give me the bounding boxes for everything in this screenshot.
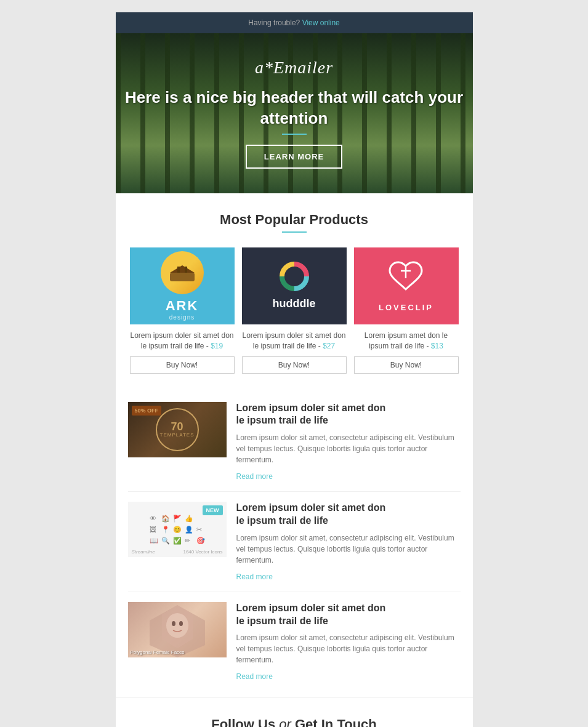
new-badge: NEW	[203, 505, 223, 515]
product-price-loveclip: $13	[431, 342, 443, 350]
read-more-faces[interactable]: Read more	[236, 672, 273, 681]
top-bar: Having trouble? View online	[116, 12, 473, 33]
featured-content-icons: Lorem ipsum doler sit amet don le ipsum …	[236, 502, 461, 582]
featured-item-icons: NEW 👁 🏠 🚩 👍 🖼 📍 😊 👤 ✂ 📖 🔍 ✅ ✏	[128, 492, 461, 592]
product-price-ark: $19	[211, 342, 223, 350]
featured-content-faces: Lorem ipsum doler sit amet don le ipsum …	[236, 602, 461, 682]
hudddle-logo: hudddle	[273, 262, 316, 310]
svg-marker-1	[170, 265, 195, 273]
hero-logo: a*Emailer	[116, 58, 473, 78]
featured-item-templates: 50% OFF 70 TEMPLATES Lorem ipsum doler s…	[128, 392, 461, 492]
product-desc-loveclip: Lorem ipsum amet don le ipsum trail de l…	[354, 331, 459, 351]
read-more-icons[interactable]: Read more	[236, 572, 273, 581]
hero-title: Here is a nice big header that will catc…	[116, 87, 473, 129]
featured-body-icons: Lorem ipsum dolor sit amet, consectetur …	[236, 532, 461, 566]
buy-button-ark[interactable]: Buy Now!	[130, 356, 235, 374]
svg-point-11	[179, 621, 183, 626]
featured-title-faces: Lorem ipsum doler sit amet don le ipsum …	[236, 602, 461, 628]
product-desc-hudddle: Lorem ipsum doler sit amet don le ipsum …	[242, 331, 347, 351]
hero-divider	[282, 134, 307, 135]
product-card-loveclip: LOVECLIP Lorem ipsum amet don le ipsum t…	[354, 247, 459, 374]
product-image-loveclip: LOVECLIP	[354, 247, 459, 324]
products-divider	[282, 231, 307, 233]
hero-content: a*Emailer Here is a nice big header that…	[116, 58, 473, 169]
sale-badge: 50% OFF	[132, 406, 162, 416]
faces-label: Polygonal Female Faces	[131, 649, 185, 655]
product-card-hudddle: hudddle Lorem ipsum doler sit amet don l…	[242, 247, 347, 374]
read-more-templates[interactable]: Read more	[236, 472, 273, 481]
svg-rect-2	[177, 267, 180, 273]
featured-section: 50% OFF 70 TEMPLATES Lorem ipsum doler s…	[116, 386, 473, 698]
ark-subtitle: designs	[161, 314, 204, 321]
loveclip-logo: LOVECLIP	[379, 260, 433, 312]
product-card-ark: ARK designs Lorem ipsum doler sit amet d…	[130, 247, 235, 374]
svg-point-9	[166, 613, 188, 638]
featured-thumb-faces: Polygonal Female Faces	[128, 602, 227, 657]
templates-circle: 70 TEMPLATES	[156, 408, 199, 451]
product-image-hudddle: hudddle	[242, 247, 347, 324]
streamline-label: Streamline	[132, 549, 155, 555]
loveclip-heart-icon	[379, 260, 433, 300]
product-desc-ark: Lorem ipsum doler sit amet don le ipsum …	[130, 331, 235, 351]
featured-content-templates: Lorem ipsum doler sit amet don le ipsum …	[236, 402, 461, 482]
hudddle-name: hudddle	[273, 297, 316, 310]
buy-button-hudddle[interactable]: Buy Now!	[242, 356, 347, 374]
svg-rect-3	[185, 267, 187, 273]
products-title: Most Popular Products	[128, 212, 461, 228]
products-grid: ARK designs Lorem ipsum doler sit amet d…	[128, 247, 461, 374]
featured-title-icons: Lorem ipsum doler sit amet don le ipsum …	[236, 502, 461, 528]
footer-section: Follow Us or Get In Touch f 𝕏 in P g+ ✉ …	[116, 697, 473, 727]
featured-thumb-templates: 50% OFF 70 TEMPLATES	[128, 402, 227, 457]
loveclip-name: LOVECLIP	[379, 303, 433, 312]
footer-title: Follow Us or Get In Touch	[128, 717, 461, 727]
view-online-link[interactable]: View online	[302, 18, 340, 27]
svg-rect-0	[170, 273, 195, 281]
streamline-sublabel: 1640 Vector Icons	[183, 549, 222, 555]
ark-name: ARK	[161, 298, 204, 314]
ark-logo: ARK designs	[161, 251, 204, 321]
trouble-text: Having trouble?	[248, 18, 300, 27]
featured-body-faces: Lorem ipsum dolor sit amet, consectetur …	[236, 632, 461, 665]
featured-body-templates: Lorem ipsum dolor sit amet, consectetur …	[236, 432, 461, 465]
hero-section: a*Emailer Here is a nice big header that…	[116, 33, 473, 193]
product-price-hudddle: $27	[323, 342, 335, 350]
featured-thumb-icons: NEW 👁 🏠 🚩 👍 🖼 📍 😊 👤 ✂ 📖 🔍 ✅ ✏	[128, 502, 227, 557]
featured-item-faces: Polygonal Female Faces Lorem ipsum doler…	[128, 592, 461, 692]
products-section: Most Popular Products	[116, 193, 473, 386]
ark-circle	[161, 251, 204, 294]
svg-point-10	[172, 621, 175, 626]
learn-more-button[interactable]: LEARN MORE	[246, 145, 342, 169]
buy-button-loveclip[interactable]: Buy Now!	[354, 356, 459, 374]
product-image-ark: ARK designs	[130, 247, 235, 324]
featured-title-templates: Lorem ipsum doler sit amet don le ipsum …	[236, 402, 461, 428]
